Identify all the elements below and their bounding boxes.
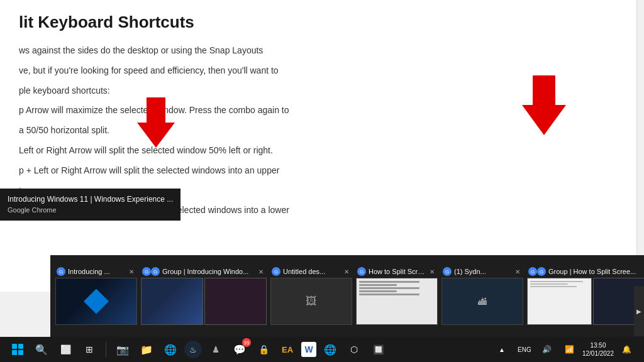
windows-logo-icon [12,344,23,355]
ea-icon[interactable]: EA [277,339,297,359]
favicon-6b: G [537,267,546,276]
main-content: lit Keyboard Shortcuts ws against the si… [0,0,644,292]
tooltip-title: Introducing Windows 11 | Windows Experie… [8,194,173,205]
thumb-label-1: Introducing ... [68,268,125,275]
tooltip-subtitle: Google Chrome [8,205,173,216]
thumbnail-1[interactable]: G Introducing ... ✕ [55,267,137,325]
thumb-close-1[interactable]: ✕ [127,267,136,276]
browser-tooltip: Introducing Windows 11 | Windows Experie… [0,189,180,221]
scrollbar[interactable] [636,0,644,292]
right-red-arrow [522,75,566,135]
group-thumb-2a [141,278,203,325]
teams-icon[interactable]: 📷 [113,339,133,359]
favicon-3: G [272,267,280,276]
whatsapp-icon[interactable]: 💬 35 [230,339,250,359]
thumb-label-2: Group | Introducing Windo... [162,268,254,275]
language-indicator[interactable]: ENG [514,339,535,359]
slack-icon[interactable]: 🔲 [368,339,388,359]
epic-icon[interactable]: ♟ [206,339,226,359]
thumbnail-4[interactable]: G How to Split Scree... ✕ [356,267,438,325]
thumb-image-5: 🏙 [441,278,523,325]
group-pair-2 [141,278,267,325]
search-button[interactable]: 🔍 [31,339,52,359]
widgets-button[interactable]: ⊞ [79,339,99,359]
task-view-button[interactable]: ⬜ [55,339,75,359]
word-icon[interactable]: W [301,342,316,357]
favicon-4: G [357,267,366,276]
show-hidden-icons[interactable]: ▲ [492,339,512,359]
taskbar: 🔍 ⬜ ⊞ 📷 📁 🌐 ♨ ♟ 💬 35 🔒 EA W 🌐 ⬡ 🔲 ▲ ENG … [0,337,644,362]
group-pair-6 [527,278,644,325]
left-red-arrow [137,97,175,148]
edge-icon[interactable]: 🌐 [320,339,340,359]
thumb-close-3[interactable]: ✕ [342,267,351,276]
network-icon[interactable]: 📶 [560,339,580,359]
favicon-1: G [57,267,65,276]
thumb-close-4[interactable]: ✕ [428,267,436,276]
thumb-image-3: 🖼 [270,278,352,325]
thumb-label-6: Group | How to Split Scree... [548,268,640,275]
thumb-label-5: (1) Sydn... [454,268,511,275]
thumbnail-group-6[interactable]: G G Group | How to Split Scree... ✕ [527,267,644,325]
taskbar-thumbnail-panel: G Introducing ... ✕ G G Group | Introduc… [50,255,644,337]
thumb-label-4: How to Split Scree... [369,268,425,275]
thumb-label-3: Untitled des... [283,268,340,275]
favicon-5: G [443,267,452,276]
whatsapp-badge: 35 [242,338,251,347]
chrome-icon[interactable]: 🌐 [160,339,180,359]
thumbnail-group-2[interactable]: G G Group | Introducing Windo... ✕ [141,267,267,325]
thumb-image-4 [356,278,438,325]
security-icon[interactable]: 🔒 [253,339,274,359]
explorer-icon[interactable]: 📁 [136,339,157,359]
favicon-6a: G [528,267,537,276]
windows-start-button[interactable] [8,339,28,359]
favicon-2b: G [151,267,160,276]
favicon-2a: G [142,267,151,276]
notification-icon[interactable]: 🔔 [616,339,636,359]
steam-icon[interactable]: ♨ [184,341,202,358]
thumbnail-scroll-button[interactable]: ▶ [634,286,644,336]
page-title: lit Keyboard Shortcuts [19,13,625,32]
thumbnail-3[interactable]: G Untitled des... ✕ 🖼 [270,267,352,325]
thumb-close-2[interactable]: ✕ [257,267,265,276]
unknown-icon-1[interactable]: ⬡ [344,339,364,359]
volume-icon[interactable]: 🔊 [537,339,557,359]
group-thumb-6a [527,278,592,325]
thumbnail-5[interactable]: G (1) Sydn... ✕ 🏙 [441,267,523,325]
system-clock[interactable]: 13:50 12/01/2022 [582,341,614,358]
thumb-image-1 [55,278,137,325]
thumb-close-5[interactable]: ✕ [513,267,522,276]
group-thumb-2b [204,278,267,325]
